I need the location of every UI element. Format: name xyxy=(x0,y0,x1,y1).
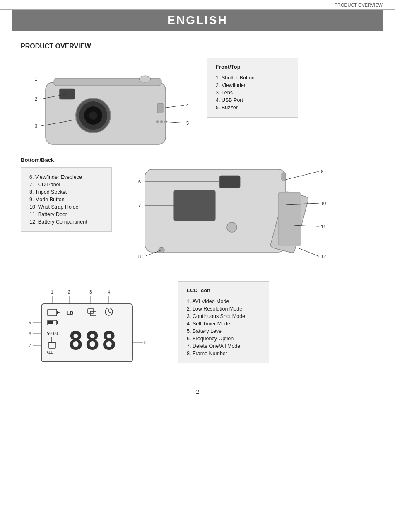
lcd-icon-list: 1. AVI Video Mode 2. Low Resolution Mode… xyxy=(187,298,260,357)
svg-line-21 xyxy=(166,122,184,123)
section-front-top: 1 2 3 4 5 Front/Top 1. Shutter Button 2.… xyxy=(21,58,374,149)
svg-text:LQ: LQ xyxy=(66,310,73,316)
camera-front-diagram: 1 2 3 4 5 xyxy=(21,58,195,149)
svg-text:3: 3 xyxy=(89,290,92,294)
svg-text:3: 3 xyxy=(35,123,37,128)
list-item: 2. Low Resolution Mode xyxy=(187,305,260,313)
svg-text:888: 888 xyxy=(68,326,118,355)
svg-text:9: 9 xyxy=(321,169,323,174)
svg-text:1: 1 xyxy=(51,290,53,294)
svg-point-10 xyxy=(160,120,163,123)
camera-back-svg: 6 7 8 9 10 11 12 xyxy=(120,157,335,277)
lcd-svg: LQ 50 60 ALL 888 xyxy=(21,281,153,376)
svg-text:5: 5 xyxy=(186,120,189,125)
svg-text:11: 11 xyxy=(321,224,326,229)
list-item: 1. Shutter Button xyxy=(216,74,289,82)
lcd-icon-info: LCD Icon 1. AVI Video Mode 2. Low Resolu… xyxy=(166,281,269,363)
svg-text:10: 10 xyxy=(321,201,326,206)
svg-text:7: 7 xyxy=(29,343,31,348)
list-item: 11. Battery Door xyxy=(29,211,103,218)
svg-text:4: 4 xyxy=(108,290,110,294)
page-number: 2 xyxy=(0,380,395,399)
svg-text:2: 2 xyxy=(68,290,70,294)
bottom-back-list-box: 6. Viewfinder Eyepiece 7. LCD Panel 8. T… xyxy=(21,167,112,232)
svg-text:7: 7 xyxy=(138,203,141,208)
svg-point-28 xyxy=(227,222,237,232)
list-item: 5. Battery Level xyxy=(187,327,260,335)
list-item: 6. Frequency Option xyxy=(187,335,260,342)
top-bar-text: PRODUCT OVERVIEW xyxy=(335,2,383,7)
svg-text:4: 4 xyxy=(186,103,189,108)
front-top-list: 1. Shutter Button 2. Viewfinder 3. Lens … xyxy=(216,74,289,111)
list-item: 3. Continuous Shot Mode xyxy=(187,313,260,320)
top-bar: PRODUCT OVERVIEW xyxy=(0,0,395,10)
svg-rect-55 xyxy=(57,321,58,324)
list-item: 7. LCD Panel xyxy=(29,181,103,188)
front-top-info-box: Front/Top 1. Shutter Button 2. Viewfinde… xyxy=(207,58,298,118)
svg-rect-26 xyxy=(174,190,215,221)
bottom-back-heading: Bottom/Back xyxy=(21,157,112,163)
bottom-back-info-box: Bottom/Back 6. Viewfinder Eyepiece 7. LC… xyxy=(21,157,112,232)
svg-text:8: 8 xyxy=(138,254,141,259)
svg-rect-56 xyxy=(48,321,51,324)
svg-text:1: 1 xyxy=(35,77,37,82)
svg-rect-25 xyxy=(278,192,301,246)
lcd-icon-heading: LCD Icon xyxy=(187,287,260,294)
list-item: 8. Tripod Socket xyxy=(29,188,103,196)
svg-text:50: 50 xyxy=(47,331,52,336)
list-item: 5. Buzzer xyxy=(216,104,289,111)
list-item: 12. Battery Compartment xyxy=(29,218,103,226)
svg-text:6: 6 xyxy=(29,332,31,336)
list-item: 7. Delete One/All Mode xyxy=(187,342,260,350)
lcd-icon-box: LCD Icon 1. AVI Video Mode 2. Low Resolu… xyxy=(178,281,269,363)
english-header: ENGLISH xyxy=(12,10,383,31)
svg-text:60: 60 xyxy=(53,331,58,336)
svg-point-9 xyxy=(156,120,159,123)
svg-text:8: 8 xyxy=(144,340,147,345)
svg-line-37 xyxy=(286,171,319,180)
svg-text:2: 2 xyxy=(35,96,37,101)
list-item: 2. Viewfinder xyxy=(216,82,289,89)
svg-rect-57 xyxy=(51,321,53,324)
list-item: 9. Mode Button xyxy=(29,196,103,203)
section-lcd: LQ 50 60 ALL 888 xyxy=(21,281,374,372)
list-item: 6. Viewfinder Eyepiece xyxy=(29,173,103,181)
list-item: 10. Wrist Strap Holder xyxy=(29,203,103,211)
lcd-diagram: LQ 50 60 ALL 888 xyxy=(21,281,153,372)
list-item: 3. Lens xyxy=(216,89,289,96)
list-item: 8. Frame Number xyxy=(187,350,260,357)
svg-line-43 xyxy=(298,248,319,256)
svg-point-5 xyxy=(89,111,97,120)
list-item: 4. USB Port xyxy=(216,96,289,104)
product-overview-title: PRODUCT OVERVIEW xyxy=(21,43,374,50)
svg-line-19 xyxy=(163,105,184,108)
svg-rect-8 xyxy=(157,103,163,113)
svg-rect-29 xyxy=(282,173,286,181)
svg-text:12: 12 xyxy=(321,254,326,259)
svg-text:5: 5 xyxy=(29,320,31,325)
list-item: 4. Self Timer Mode xyxy=(187,320,260,327)
front-top-heading: Front/Top xyxy=(216,64,289,70)
svg-text:ALL: ALL xyxy=(47,351,53,354)
camera-back-diagram: 6 7 8 9 10 11 12 xyxy=(120,157,374,273)
header-title: ENGLISH xyxy=(12,14,383,27)
list-item: 1. AVI Video Mode xyxy=(187,298,260,305)
camera-front-svg: 1 2 3 4 5 xyxy=(21,58,195,149)
svg-text:6: 6 xyxy=(138,179,141,184)
svg-rect-27 xyxy=(219,176,240,188)
bottom-back-list: 6. Viewfinder Eyepiece 7. LCD Panel 8. T… xyxy=(29,173,103,226)
section-bottom-back: Bottom/Back 6. Viewfinder Eyepiece 7. LC… xyxy=(21,157,374,273)
